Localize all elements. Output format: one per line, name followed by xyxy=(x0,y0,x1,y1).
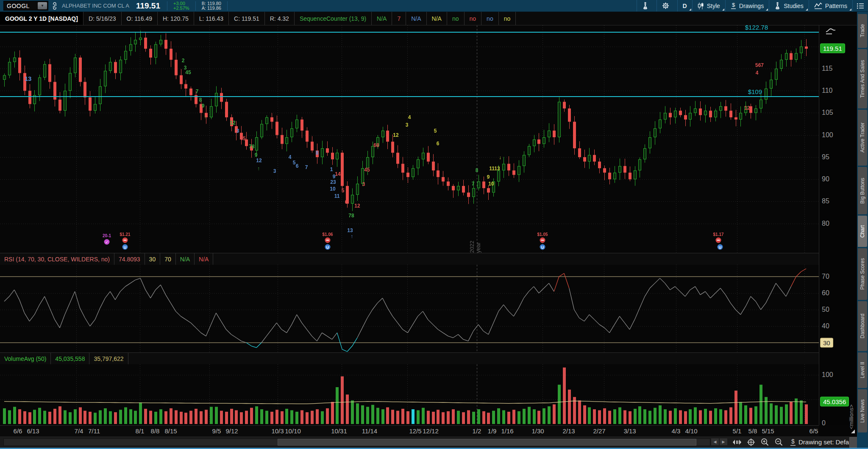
dividend-marker-icon[interactable] xyxy=(716,238,721,243)
zoom-out-icon[interactable] xyxy=(772,436,786,448)
settings-button[interactable] xyxy=(657,0,677,11)
sequence-number: 6 xyxy=(296,164,299,169)
scrollbar-thumb[interactable] xyxy=(278,439,696,446)
symbol-input[interactable]: GOOGL ▼ xyxy=(3,1,48,11)
change-block: +3.00 +2.57% xyxy=(173,1,189,11)
sidebar-tab-chart[interactable]: Chart xyxy=(858,216,867,247)
link-icon[interactable] xyxy=(52,2,58,10)
sidebar-tab-trade[interactable]: Trade xyxy=(858,14,867,48)
sidebar-tab-times-and-sales[interactable]: Times And Sales xyxy=(858,49,867,108)
study-flag: no xyxy=(499,12,516,25)
chart-status-header: GOOGL 2 Y 1D [NASDAQ] D: 5/16/23O: 116.4… xyxy=(0,12,857,25)
sequence-number: 4 xyxy=(289,155,292,160)
timeframe-button[interactable]: D xyxy=(677,0,692,11)
study-flag: N/A xyxy=(406,12,426,25)
rsi-canvas[interactable] xyxy=(0,265,819,352)
sidebar-tab-big-buttons[interactable]: Big Buttons xyxy=(858,167,867,214)
rsi-tick: 60 xyxy=(822,289,829,297)
time-axis-label: 10/10 xyxy=(285,427,301,435)
volume-avg-title[interactable]: VolumeAvg (50) xyxy=(0,353,51,365)
resize-grip-icon[interactable] xyxy=(851,430,855,433)
ohlc-cells: D: 5/16/23O: 116.49H: 120.75L: 116.43C: … xyxy=(83,12,295,25)
candlestick-canvas[interactable] xyxy=(0,25,819,253)
sidebar-tab-live-news[interactable]: Live News xyxy=(858,389,867,432)
sequence-number: 3 xyxy=(273,169,276,174)
scroll-left-button[interactable]: ◀ xyxy=(711,438,719,445)
volume-canvas[interactable] xyxy=(0,364,819,425)
time-axis-label: 4/3 xyxy=(672,427,681,435)
price-level-line-lower[interactable] xyxy=(0,96,819,97)
rsi-oversold-badge: 30 xyxy=(820,338,833,348)
chart-list-button[interactable] xyxy=(852,0,868,11)
crosshair-icon[interactable] xyxy=(744,436,758,448)
rsi-tick: 50 xyxy=(822,306,829,313)
sequence-number: 9 xyxy=(333,174,336,179)
ask-value: A: 119.86 xyxy=(202,6,221,11)
sequence-number: 10 xyxy=(330,186,335,191)
sidebar-tab-active-trader[interactable]: Active Trader xyxy=(858,110,867,166)
drawing-set-label: Drawing set: Default xyxy=(798,438,856,446)
sidebar-tab-phase-scores[interactable]: Phase Scores xyxy=(858,248,867,300)
studies-menu-button[interactable]: Studies xyxy=(769,0,809,11)
patterns-menu-button[interactable]: Patterns xyxy=(809,0,852,11)
symbol-dropdown-button[interactable]: ▼ xyxy=(38,2,47,9)
time-axis[interactable]: 6/66/137/47/118/18/88/159/59/1210/310/10… xyxy=(0,425,819,437)
scroll-right-button[interactable]: ▶ xyxy=(720,438,727,445)
list-icon xyxy=(857,3,864,9)
price-tick: 90 xyxy=(822,175,829,183)
user-marker-icon[interactable]: U xyxy=(718,244,723,250)
study-label[interactable]: SequenceCounter (13, 9) xyxy=(295,12,372,25)
sequence-number: 9 xyxy=(202,103,205,108)
study-flag: no xyxy=(447,12,465,25)
chart-title: GOOGL 2 Y 1D [NASDAQ] xyxy=(0,12,83,25)
bid-value: B: 119.80 xyxy=(202,1,221,6)
dividend-marker-icon[interactable] xyxy=(540,238,545,243)
pan-icon[interactable] xyxy=(730,436,744,448)
zoom-in-icon[interactable] xyxy=(758,436,772,448)
change-percent: +2.57% xyxy=(173,6,189,11)
sidebar-tab-dashboard[interactable]: Dashboard xyxy=(858,301,867,351)
sequence-number: 8 xyxy=(316,150,319,155)
thinkorswim-chart-window: GOOGL ▼ ALPHABET INC COM CL A 119.51 +3.… xyxy=(0,0,868,449)
dividend-marker-icon[interactable] xyxy=(325,238,331,243)
dollar-icon: $ xyxy=(731,2,736,9)
divider xyxy=(195,1,196,11)
study-flag: N/A xyxy=(372,12,392,25)
dollar-underline-icon[interactable]: $ xyxy=(786,436,800,448)
sequence-number: 7 xyxy=(472,181,475,186)
volume-tick: 100 xyxy=(822,371,833,379)
sequence-number: 1113 xyxy=(489,166,500,171)
rsi-value: 74.8093 xyxy=(114,253,145,265)
sequence-number: 4 xyxy=(756,70,759,75)
user-marker-icon[interactable]: U xyxy=(122,244,128,250)
quick-study-button[interactable] xyxy=(637,0,657,11)
split-marker-icon[interactable]: ✓ xyxy=(104,239,110,245)
user-marker-icon[interactable]: U xyxy=(325,244,331,250)
dividend-marker-icon[interactable] xyxy=(122,238,128,243)
chart-mode-icon[interactable] xyxy=(825,28,836,36)
sequence-number: 8 xyxy=(199,97,202,103)
volume-avg-badge: 45.0356 xyxy=(820,397,849,407)
sequence-number: ↓ xyxy=(499,155,501,160)
volume-avg-value: 45,035,558 xyxy=(51,353,89,365)
price-axis[interactable]: 119.51 30 45.0356 <millions> 11511010510… xyxy=(819,25,857,425)
status-bar: ◀ ▶ $ Drawing set: Default xyxy=(0,436,868,448)
sequence-number: 45 xyxy=(185,70,191,75)
chart-scrollbar[interactable] xyxy=(3,438,710,446)
time-axis-label: 5/15 xyxy=(762,427,774,435)
sequence-number: 78 xyxy=(249,144,254,149)
price-chart-pane[interactable]: $122.78 $109 2022 year 132345789↑1234578… xyxy=(0,25,819,253)
rsi-header: RSI (14, 70, 30, CLOSE, WILDERS, no) 74.… xyxy=(0,253,819,266)
style-menu-button[interactable]: Style xyxy=(692,0,725,11)
corner-arrow xyxy=(722,8,724,11)
rsi-title[interactable]: RSI (14, 70, 30, CLOSE, WILDERS, no) xyxy=(0,253,114,265)
price-level-line-upper[interactable] xyxy=(0,32,819,33)
drawings-menu-button[interactable]: $Drawings xyxy=(725,0,769,11)
sequence-number: 13 xyxy=(347,228,353,233)
corner-arrow xyxy=(849,8,851,11)
corner-arrow xyxy=(806,8,808,11)
user-marker-icon[interactable]: U xyxy=(540,244,545,250)
sequence-number: 9 xyxy=(255,152,258,158)
sidebar-tab-level-ii[interactable]: Level II xyxy=(858,352,867,388)
time-axis-label: 4/10 xyxy=(685,427,697,435)
